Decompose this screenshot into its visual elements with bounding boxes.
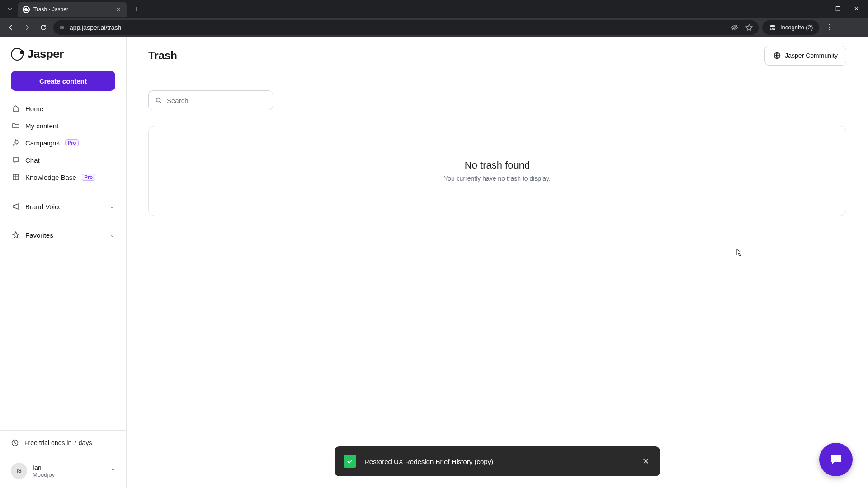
favicon-icon: [23, 6, 30, 13]
sidebar-section-favorites[interactable]: Favorites ⌄: [0, 225, 126, 244]
incognito-icon: [769, 23, 777, 32]
pro-badge: Pro: [82, 174, 95, 181]
sidebar-item-campaigns[interactable]: Campaigns Pro: [5, 134, 121, 151]
sidebar-item-label: Campaigns: [25, 139, 60, 147]
user-org: Moodjoy: [33, 471, 55, 478]
jasper-community-button[interactable]: Jasper Community: [764, 46, 846, 66]
forward-button[interactable]: [21, 21, 33, 34]
chevron-down-icon: ⌄: [110, 203, 114, 210]
folder-icon: [12, 122, 20, 130]
search-input[interactable]: [167, 97, 266, 104]
sidebar-item-label: Home: [25, 105, 43, 113]
empty-subtitle: You currently have no trash to display.: [444, 175, 551, 182]
avatar: IS: [11, 463, 27, 479]
search-field[interactable]: [148, 90, 273, 110]
address-bar: app.jasper.ai/trash Incognito (2) ⋮: [0, 17, 868, 37]
page-title: Trash: [148, 49, 177, 62]
sidebar-item-label: Knowledge Base: [25, 174, 76, 181]
omnibox[interactable]: app.jasper.ai/trash: [53, 20, 759, 35]
chevron-up-icon: ⌃: [111, 468, 115, 474]
clock-icon: [11, 439, 19, 447]
browser-tab[interactable]: Trash - Jasper ✕: [18, 2, 127, 17]
tab-close-icon[interactable]: ✕: [115, 6, 122, 13]
globe-icon: [773, 52, 781, 60]
cursor-icon: [736, 249, 742, 257]
incognito-label: Incognito (2): [780, 24, 813, 31]
user-menu[interactable]: IS Ian Moodjoy ⌃: [0, 455, 126, 488]
chat-fab[interactable]: [819, 443, 853, 476]
trial-label: Free trial ends in 7 days: [24, 439, 92, 446]
sidebar-item-my-content[interactable]: My content: [5, 117, 121, 134]
site-settings-icon[interactable]: [59, 24, 65, 31]
empty-state: No trash found You currently have no tra…: [148, 126, 846, 216]
app-viewport: Jasper Create content Home My content C: [0, 37, 868, 488]
toast-notification: Restored UX Redesign Brief History (copy…: [335, 446, 660, 476]
svg-point-2: [61, 25, 62, 27]
tab-bar: Trash - Jasper ✕ + — ❐ ✕: [0, 0, 868, 17]
chat-bubble-icon: [828, 452, 844, 467]
empty-title: No trash found: [465, 160, 530, 171]
svg-point-3: [62, 27, 64, 28]
sidebar-section-brand-voice[interactable]: Brand Voice ⌄: [0, 197, 126, 216]
home-icon: [12, 104, 20, 113]
toast-close-icon[interactable]: ✕: [641, 455, 651, 468]
content-area: No trash found You currently have no tra…: [127, 74, 868, 232]
close-window-icon[interactable]: ✕: [850, 5, 863, 12]
chevron-down-icon: ⌄: [110, 232, 114, 238]
minimize-icon[interactable]: —: [814, 5, 826, 12]
star-icon: [12, 231, 20, 239]
sidebar-item-label: My content: [25, 122, 58, 130]
page-header: Trash Jasper Community: [127, 37, 868, 74]
megaphone-icon: [12, 202, 20, 211]
chat-icon: [12, 156, 20, 164]
user-name: Ian: [33, 464, 55, 471]
logo-text: Jasper: [27, 47, 64, 61]
tab-title: Trash - Jasper: [33, 6, 111, 13]
sidebar: Jasper Create content Home My content C: [0, 37, 127, 488]
trial-notice[interactable]: Free trial ends in 7 days: [0, 430, 126, 455]
svg-point-1: [27, 8, 28, 9]
check-icon: [344, 455, 356, 468]
url-text: app.jasper.ai/trash: [70, 24, 726, 31]
section-label: Favorites: [25, 231, 53, 239]
sidebar-item-knowledge-base[interactable]: Knowledge Base Pro: [5, 169, 121, 186]
community-label: Jasper Community: [785, 52, 838, 59]
search-icon: [155, 97, 162, 104]
logo[interactable]: Jasper: [0, 37, 126, 69]
browser-menu-icon[interactable]: ⋮: [823, 23, 835, 32]
maximize-icon[interactable]: ❐: [832, 5, 844, 12]
rocket-icon: [12, 139, 20, 147]
sidebar-item-home[interactable]: Home: [5, 100, 121, 117]
logo-icon: [11, 48, 24, 61]
nav-list: Home My content Campaigns Pro Chat: [0, 98, 126, 188]
incognito-indicator[interactable]: Incognito (2): [762, 20, 819, 35]
divider: [0, 192, 126, 192]
svg-point-6: [770, 28, 772, 29]
back-button[interactable]: [5, 21, 17, 34]
book-icon: [12, 173, 20, 181]
window-controls: — ❐ ✕: [814, 0, 868, 17]
pro-badge: Pro: [65, 139, 79, 146]
section-label: Brand Voice: [25, 203, 62, 211]
toast-message: Restored UX Redesign Brief History (copy…: [364, 458, 493, 465]
svg-point-11: [156, 98, 160, 102]
main-content: Trash Jasper Community No trash found Yo…: [127, 37, 868, 488]
bookmark-star-icon[interactable]: [745, 23, 753, 32]
svg-point-4: [61, 28, 62, 29]
create-content-button[interactable]: Create content: [11, 71, 115, 91]
browser-chrome: Trash - Jasper ✕ + — ❐ ✕ app.jasper.ai/t…: [0, 0, 868, 37]
divider: [0, 221, 126, 221]
sidebar-item-chat[interactable]: Chat: [5, 151, 121, 169]
svg-point-7: [773, 28, 775, 29]
new-tab-button[interactable]: +: [130, 3, 143, 15]
reload-button[interactable]: [37, 21, 50, 34]
sidebar-item-label: Chat: [25, 156, 40, 164]
tab-search-dropdown[interactable]: [4, 3, 16, 15]
eye-off-icon[interactable]: [731, 23, 739, 32]
